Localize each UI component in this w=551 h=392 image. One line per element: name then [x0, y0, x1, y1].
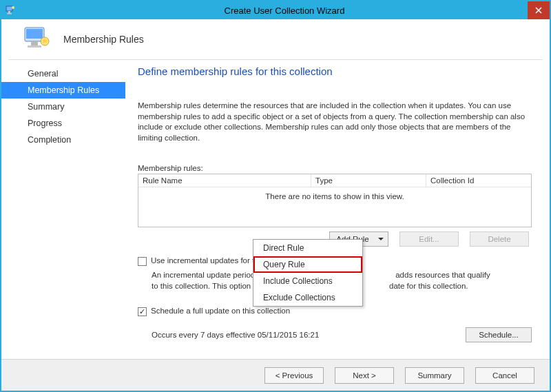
col-collection-id[interactable]: Collection Id: [426, 174, 531, 187]
rules-table: Rule Name Type Collection Id There are n…: [138, 174, 532, 227]
incremental-checkbox[interactable]: [138, 257, 147, 266]
sidebar-item-completion[interactable]: Completion: [1, 132, 125, 148]
monitor-icon: [22, 25, 52, 53]
previous-button[interactable]: < Previous: [264, 367, 324, 384]
menu-direct-rule[interactable]: Direct Rule: [253, 240, 362, 256]
svg-point-3: [12, 6, 14, 9]
schedule-bar: Occurs every 7 days effective 05/11/2015…: [138, 327, 532, 342]
content-pane: Define membership rules for this collect…: [125, 60, 550, 359]
svg-rect-1: [8, 11, 10, 13]
inc-desc-c: to this collection. This option doe: [152, 282, 267, 290]
svg-rect-2: [7, 13, 12, 14]
col-type[interactable]: Type: [311, 174, 426, 187]
menu-exclude-collections[interactable]: Exclude Collections: [253, 289, 362, 306]
rules-label: Membership rules:: [138, 164, 532, 172]
svg-rect-7: [26, 29, 43, 39]
full-update-checkbox[interactable]: [138, 307, 147, 316]
full-update-row: Schedule a full update on this collectio…: [138, 307, 532, 316]
wizard-body: General Membership Rules Summary Progres…: [1, 60, 550, 359]
inc-desc-b: adds resources that qualify: [395, 271, 490, 279]
next-button[interactable]: Next >: [335, 367, 394, 384]
page-title: Define membership rules for this collect…: [138, 65, 532, 77]
sidebar-item-general[interactable]: General: [1, 65, 125, 82]
schedule-text: Occurs every 7 days effective 05/11/2015…: [152, 331, 319, 339]
edit-button: Edit...: [399, 231, 459, 247]
svg-rect-0: [6, 6, 12, 11]
sidebar: General Membership Rules Summary Progres…: [1, 60, 125, 359]
header-label: Membership Rules: [63, 34, 144, 45]
add-rule-menu: Direct Rule Query Rule Include Collectio…: [253, 239, 363, 307]
window-title: Create User Collection Wizard: [19, 6, 550, 16]
svg-rect-8: [31, 41, 38, 45]
sidebar-item-membership-rules[interactable]: Membership Rules: [1, 82, 125, 99]
sidebar-item-summary[interactable]: Summary: [1, 99, 125, 115]
col-rule-name[interactable]: Rule Name: [138, 174, 311, 187]
summary-button[interactable]: Summary: [405, 367, 464, 384]
schedule-button[interactable]: Schedule...: [466, 327, 532, 342]
cancel-button[interactable]: Cancel: [475, 367, 534, 384]
svg-rect-9: [28, 45, 41, 48]
menu-include-collections[interactable]: Include Collections: [253, 273, 362, 289]
full-update-label: Schedule a full update on this collectio…: [151, 307, 290, 315]
wizard-footer: < Previous Next > Summary Cancel: [1, 359, 550, 391]
delete-button: Delete: [470, 231, 529, 247]
page-description: Membership rules determine the resources…: [138, 101, 532, 143]
header-band: Membership Rules: [1, 19, 550, 59]
wizard-icon: [1, 1, 19, 19]
empty-message: There are no items to show in this view.: [138, 192, 531, 200]
close-button[interactable]: [528, 1, 550, 19]
sidebar-item-progress[interactable]: Progress: [1, 115, 125, 132]
wizard-window: Create User Collection Wizard Membership…: [0, 0, 551, 392]
inc-desc-d: date for this collection.: [389, 282, 468, 290]
close-icon: [535, 7, 542, 14]
menu-query-rule[interactable]: Query Rule: [253, 256, 362, 273]
rules-table-header: Rule Name Type Collection Id: [138, 174, 531, 187]
title-bar: Create User Collection Wizard: [1, 1, 550, 19]
